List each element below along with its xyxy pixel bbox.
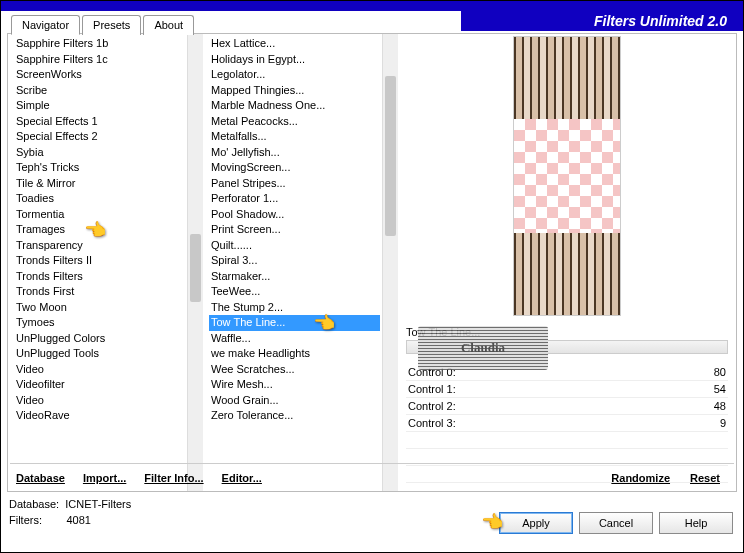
list-item[interactable]: Tramages bbox=[14, 222, 185, 238]
list-item[interactable]: Sybia bbox=[14, 145, 185, 161]
list-item[interactable]: Transparency bbox=[14, 238, 185, 254]
list-item[interactable]: Tronds Filters II bbox=[14, 253, 185, 269]
import-button[interactable]: Import... bbox=[83, 472, 126, 484]
list-item[interactable]: Toadies bbox=[14, 191, 185, 207]
list-item[interactable]: Holidays in Egypt... bbox=[209, 52, 380, 68]
list-item[interactable]: Hex Lattice... bbox=[209, 36, 380, 52]
list-item[interactable]: Panel Stripes... bbox=[209, 176, 380, 192]
list-item[interactable]: The Stump 2... bbox=[209, 300, 380, 316]
list-item[interactable]: Sapphire Filters 1c bbox=[14, 52, 185, 68]
list-item[interactable]: Wood Grain... bbox=[209, 393, 380, 409]
control-label: Control 3: bbox=[408, 417, 456, 429]
tab-bar: Navigator Presets About bbox=[11, 15, 194, 35]
database-button[interactable]: Database bbox=[16, 472, 65, 484]
tab-about[interactable]: About bbox=[143, 15, 194, 35]
filter-list: Hex Lattice...Holidays in Egypt...Legola… bbox=[203, 34, 398, 491]
control-value: 54 bbox=[714, 383, 726, 395]
list-item[interactable]: Teph's Tricks bbox=[14, 160, 185, 176]
control-row[interactable]: Control 1:54 bbox=[406, 381, 728, 398]
list-item[interactable]: Tormentia bbox=[14, 207, 185, 223]
preview-panel: Tow The Line... Control 0:80Control 1:54… bbox=[398, 34, 736, 491]
category-list: Sapphire Filters 1bSapphire Filters 1cSc… bbox=[8, 34, 203, 491]
list-item[interactable]: we make Headlights bbox=[209, 346, 380, 362]
list-item[interactable]: TeeWee... bbox=[209, 284, 380, 300]
list-item[interactable]: Special Effects 1 bbox=[14, 114, 185, 130]
list-item[interactable]: UnPlugged Colors bbox=[14, 331, 185, 347]
list-item[interactable]: Waffle... bbox=[209, 331, 380, 347]
filter-info-button[interactable]: Filter Info... bbox=[144, 472, 203, 484]
list-item[interactable]: Starmaker... bbox=[209, 269, 380, 285]
app-title: Filters Unlimited 2.0 bbox=[594, 13, 727, 29]
filter-scrollbar[interactable] bbox=[382, 34, 398, 491]
list-item[interactable]: Tow The Line... bbox=[209, 315, 380, 331]
list-item[interactable]: Tronds Filters bbox=[14, 269, 185, 285]
control-row[interactable]: Control 2:48 bbox=[406, 398, 728, 415]
list-item[interactable]: ScreenWorks bbox=[14, 67, 185, 83]
list-item[interactable]: Wire Mesh... bbox=[209, 377, 380, 393]
list-item[interactable]: Perforator 1... bbox=[209, 191, 380, 207]
watermark: Claudia bbox=[418, 326, 548, 370]
list-item[interactable]: Video bbox=[14, 393, 185, 409]
list-item[interactable]: Legolator... bbox=[209, 67, 380, 83]
list-item[interactable]: Special Effects 2 bbox=[14, 129, 185, 145]
list-item[interactable]: Videofilter bbox=[14, 377, 185, 393]
list-item[interactable]: Marble Madness One... bbox=[209, 98, 380, 114]
list-item[interactable]: Metal Peacocks... bbox=[209, 114, 380, 130]
tab-navigator[interactable]: Navigator bbox=[11, 15, 80, 35]
editor-button[interactable]: Editor... bbox=[222, 472, 262, 484]
list-item[interactable]: Simple bbox=[14, 98, 185, 114]
list-item[interactable]: Mo' Jellyfish... bbox=[209, 145, 380, 161]
apply-button[interactable]: Apply bbox=[499, 512, 573, 534]
control-label: Control 2: bbox=[408, 400, 456, 412]
list-item[interactable]: VideoRave bbox=[14, 408, 185, 424]
randomize-button[interactable]: Randomize bbox=[611, 472, 670, 484]
list-item[interactable]: Spiral 3... bbox=[209, 253, 380, 269]
list-item[interactable]: Scribe bbox=[14, 83, 185, 99]
reset-button[interactable]: Reset bbox=[690, 472, 720, 484]
control-value: 9 bbox=[720, 417, 726, 429]
control-value: 80 bbox=[714, 366, 726, 378]
list-item[interactable]: MovingScreen... bbox=[209, 160, 380, 176]
control-row[interactable]: Control 3:9 bbox=[406, 415, 728, 432]
list-item[interactable]: Pool Shadow... bbox=[209, 207, 380, 223]
cancel-button[interactable]: Cancel bbox=[579, 512, 653, 534]
category-scrollbar[interactable] bbox=[187, 34, 203, 491]
list-item[interactable]: Print Screen... bbox=[209, 222, 380, 238]
list-item[interactable]: Wee Scratches... bbox=[209, 362, 380, 378]
list-item[interactable]: UnPlugged Tools bbox=[14, 346, 185, 362]
preview-image bbox=[513, 36, 621, 316]
list-item[interactable]: Metalfalls... bbox=[209, 129, 380, 145]
list-item[interactable]: Zero Tolerance... bbox=[209, 408, 380, 424]
main-panel: Sapphire Filters 1bSapphire Filters 1cSc… bbox=[7, 33, 737, 492]
help-button[interactable]: Help bbox=[659, 512, 733, 534]
list-item[interactable]: Video bbox=[14, 362, 185, 378]
list-item[interactable]: Two Moon bbox=[14, 300, 185, 316]
list-item[interactable]: Sapphire Filters 1b bbox=[14, 36, 185, 52]
list-item[interactable]: Tymoes bbox=[14, 315, 185, 331]
list-item[interactable]: Quilt...... bbox=[209, 238, 380, 254]
list-item[interactable]: Mapped Thingies... bbox=[209, 83, 380, 99]
control-value: 48 bbox=[714, 400, 726, 412]
tab-presets[interactable]: Presets bbox=[82, 15, 141, 35]
list-item[interactable]: Tile & Mirror bbox=[14, 176, 185, 192]
list-item[interactable]: Tronds First bbox=[14, 284, 185, 300]
control-label: Control 1: bbox=[408, 383, 456, 395]
